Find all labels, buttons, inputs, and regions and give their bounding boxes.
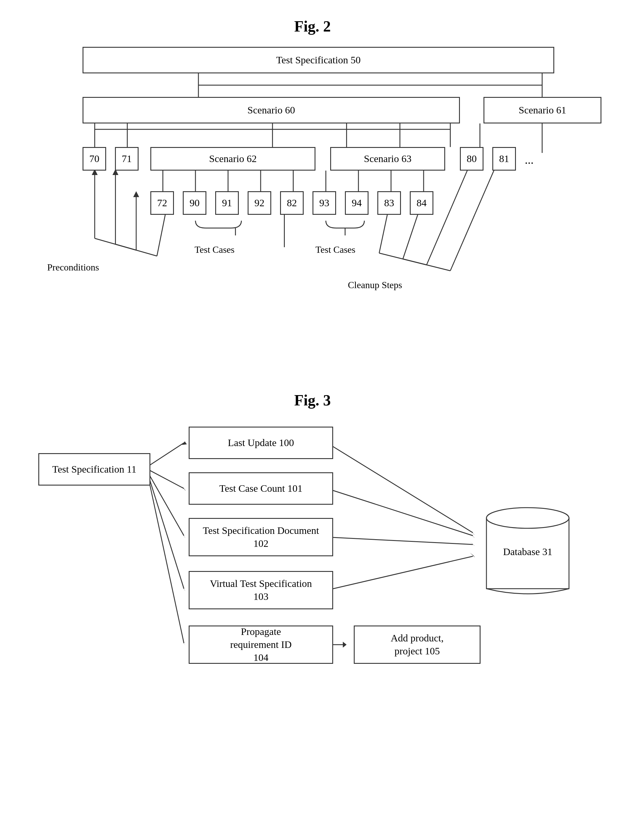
ts11-label: Test Specification 11	[52, 463, 136, 476]
svg-marker-61	[470, 541, 475, 546]
b80-box: 80	[460, 147, 484, 170]
svg-line-42	[115, 244, 136, 250]
fig3-title: Fig. 3	[23, 392, 602, 409]
tcc101-box: Test Case Count 101	[189, 472, 333, 505]
b70-label: 70	[89, 153, 100, 164]
svg-line-41	[95, 239, 157, 256]
b80-label: 80	[467, 153, 477, 164]
svg-line-49	[148, 472, 184, 536]
b72-box: 72	[150, 191, 174, 215]
b81-box: 81	[492, 147, 516, 170]
fig3-diagram: Test Specification 11 Last Update 100 Te…	[23, 421, 602, 730]
add105-box: Add product, project 105	[354, 626, 480, 664]
svg-marker-65	[343, 642, 347, 648]
b83-box: 83	[377, 191, 401, 215]
tsd102-label: Test Specification Document 102	[203, 524, 319, 550]
sc61-label: Scenario 61	[519, 105, 566, 116]
svg-line-39	[450, 162, 498, 271]
svg-marker-63	[470, 553, 475, 558]
prop104-label: Propagate requirement ID 104	[230, 625, 292, 664]
ts50-label: Test Specification 50	[276, 54, 361, 66]
ts11-box: Test Specification 11	[38, 453, 150, 485]
svg-marker-48	[182, 486, 186, 491]
b92-box: 92	[248, 191, 271, 215]
lu100-box: Last Update 100	[189, 427, 333, 459]
ts50-box: Test Specification 50	[82, 47, 554, 73]
add105-label: Add product, project 105	[390, 632, 443, 658]
sc63-box: Scenario 63	[330, 147, 445, 170]
db31-label: Database 31	[503, 546, 552, 558]
svg-line-51	[148, 474, 184, 589]
tcc101-label: Test Case Count 101	[219, 482, 303, 495]
svg-point-67	[487, 508, 569, 528]
b84-label: 84	[417, 197, 427, 209]
dots-label: ...	[525, 153, 533, 167]
fig2-diagram: Test Specification 50 Scenario 60 Scenar…	[23, 47, 602, 356]
sc61-box: Scenario 61	[484, 97, 602, 124]
fig2-title: Fig. 2	[23, 18, 602, 35]
b90-box: 90	[183, 191, 206, 215]
b71-box: 71	[115, 147, 138, 170]
cleanup-steps-label: Cleanup Steps	[348, 280, 402, 290]
b91-label: 91	[222, 197, 232, 209]
b81-label: 81	[499, 153, 509, 164]
svg-line-43	[379, 253, 450, 271]
svg-line-60	[327, 537, 473, 544]
svg-line-45	[148, 443, 184, 466]
svg-marker-50	[181, 533, 185, 538]
sc63-label: Scenario 63	[364, 153, 411, 164]
svg-marker-26	[133, 191, 139, 197]
vts103-box: Virtual Test Specification 103	[189, 571, 333, 609]
svg-marker-54	[181, 640, 185, 645]
sc62-box: Scenario 62	[150, 147, 316, 170]
sc60-label: Scenario 60	[247, 105, 295, 116]
svg-line-58	[327, 488, 473, 536]
fig2-title-wrapper: Fig. 2	[23, 18, 602, 35]
b94-box: 94	[345, 191, 368, 215]
svg-marker-46	[182, 442, 187, 445]
svg-line-62	[327, 556, 473, 590]
svg-line-53	[148, 475, 184, 643]
test-cases-2-label: Test Cases	[316, 244, 356, 255]
b93-box: 93	[312, 191, 336, 215]
sc62-label: Scenario 62	[209, 153, 257, 164]
svg-marker-52	[181, 586, 185, 591]
preconditions-label: Preconditions	[47, 262, 99, 273]
b72-label: 72	[157, 197, 167, 209]
prop104-box: Propagate requirement ID 104	[189, 626, 333, 664]
b83-label: 83	[384, 197, 394, 209]
b92-label: 92	[254, 197, 264, 209]
lu100-label: Last Update 100	[228, 436, 294, 449]
b93-label: 93	[319, 197, 329, 209]
b94-label: 94	[352, 197, 362, 209]
svg-line-47	[148, 470, 184, 488]
b82-label: 82	[287, 197, 297, 209]
svg-line-56	[327, 443, 473, 533]
page: Fig. 2	[0, 0, 625, 840]
db31-box: Database 31	[484, 503, 572, 600]
test-cases-1-label: Test Cases	[194, 244, 235, 255]
svg-line-44	[403, 259, 427, 265]
b91-box: 91	[215, 191, 239, 215]
b84-box: 84	[410, 191, 433, 215]
vts103-label: Virtual Test Specification 103	[210, 577, 312, 603]
b71-label: 71	[122, 153, 132, 164]
b82-box: 82	[280, 191, 304, 215]
tsd102-box: Test Specification Document 102	[189, 518, 333, 556]
svg-marker-59	[470, 533, 475, 538]
sc60-box: Scenario 60	[82, 97, 460, 124]
b90-label: 90	[190, 197, 200, 209]
b70-box: 70	[82, 147, 106, 170]
fig3-section: Fig. 3	[23, 392, 602, 730]
svg-marker-57	[470, 530, 475, 535]
